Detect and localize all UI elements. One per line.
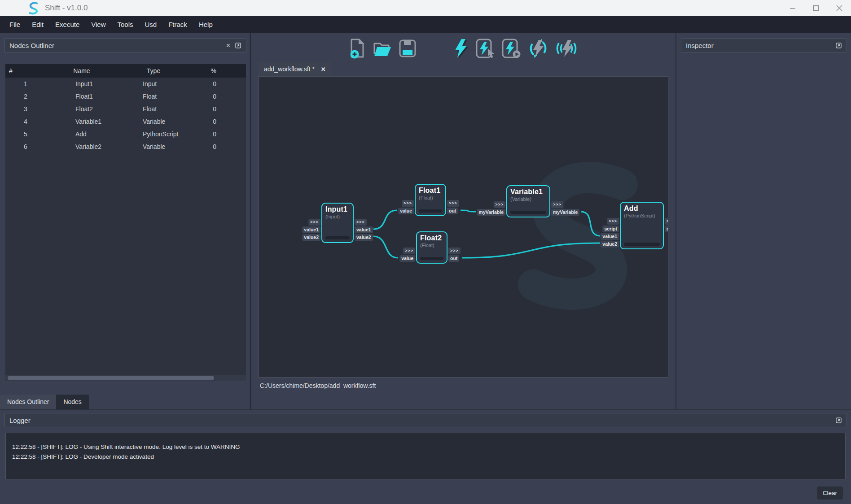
table-row[interactable]: 3 Float2 Float 0 — [5, 103, 246, 115]
port-chip[interactable]: myVariable — [477, 209, 505, 216]
column-header-type: Type — [118, 64, 189, 78]
edge-Input1.value1-to-Float1.value — [373, 210, 397, 229]
file-path: C:/Users/chime/Desktop/add_workflow.sft — [260, 382, 676, 389]
port-chip[interactable]: value — [398, 208, 414, 214]
port-chip[interactable]: value1 — [302, 226, 320, 233]
menu-item-usd[interactable]: Usd — [139, 16, 163, 33]
column-header-name: Name — [46, 64, 118, 78]
menu-item-edit[interactable]: Edit — [26, 16, 49, 33]
port-chip[interactable]: myVariable — [551, 209, 579, 216]
node-title: Variable1 — [507, 186, 549, 196]
close-button[interactable] — [828, 0, 851, 16]
port-chip[interactable]: out — [665, 226, 668, 232]
node-float1[interactable]: Float1 (Float) — [415, 184, 446, 216]
port-chip[interactable]: >>> — [355, 219, 367, 226]
menu-item-tools[interactable]: Tools — [111, 16, 139, 33]
execute-icon[interactable] — [452, 38, 469, 59]
port-chip[interactable]: >>> — [447, 200, 459, 207]
port-chip[interactable]: >>> — [448, 248, 461, 254]
node-progress-bar — [419, 209, 442, 213]
edge-Float1.out-to-Variable1.myVariable — [461, 210, 476, 212]
port-chip[interactable]: out — [448, 255, 459, 262]
logger-panel: Logger 12:22:58 - [SHIFT]: LOG - Using S… — [0, 409, 851, 504]
editor-tab-label: add_workflow.sft * — [264, 65, 315, 73]
tab-close-icon[interactable]: ✕ — [321, 66, 326, 73]
port-chip[interactable]: value — [399, 255, 415, 262]
node-input1[interactable]: Input1 (Input) — [321, 203, 354, 243]
dock-tab-nodes[interactable]: Nodes — [56, 395, 88, 409]
node-float2[interactable]: Float2 (Float) — [416, 231, 447, 264]
table-row[interactable]: 6 Variable2 Variable 0 — [5, 140, 246, 153]
scrollbar-thumb[interactable] — [8, 376, 214, 380]
port-chip[interactable]: value2 — [302, 234, 320, 241]
maximize-button[interactable] — [804, 0, 828, 16]
dock-tab-nodes-outliner[interactable]: Nodes Outliner — [0, 395, 56, 409]
node-variable1[interactable]: Variable1 (Variable) — [506, 185, 550, 217]
log-line: 12:22:58 - [SHIFT]: LOG - Using Shift in… — [12, 442, 845, 452]
node-title: Input1 — [322, 204, 353, 213]
minimize-button[interactable] — [781, 0, 804, 16]
new-file-icon[interactable] — [348, 38, 366, 59]
inspector-title: Inspector — [686, 42, 714, 49]
node-type: (Input) — [322, 213, 353, 219]
port-chip[interactable]: >>> — [308, 219, 320, 226]
port-chip[interactable]: >>> — [403, 248, 415, 254]
execute-step-icon[interactable] — [502, 38, 522, 59]
save-file-icon[interactable] — [399, 39, 417, 58]
logger-title: Logger — [9, 417, 31, 424]
port-chip[interactable]: >>> — [607, 218, 619, 225]
port-chip[interactable]: >>> — [665, 218, 668, 225]
open-file-icon[interactable] — [373, 39, 392, 58]
column-header-#: # — [5, 64, 46, 78]
edge-Float2.out-to-Add.value2 — [462, 243, 600, 258]
menu-item-execute[interactable]: Execute — [49, 16, 85, 33]
table-row[interactable]: 1 Input1 Input 0 — [5, 78, 246, 90]
table-row[interactable]: 2 Float1 Float 0 — [5, 90, 246, 103]
table-header-row: #NameType% — [5, 64, 246, 78]
table-row[interactable]: 5 Add PythonScript 0 — [5, 128, 246, 140]
re-execute-icon[interactable] — [528, 38, 548, 59]
port-chip[interactable]: out — [447, 208, 458, 214]
live-execute-icon[interactable] — [555, 38, 578, 59]
column-header-%: % — [189, 64, 246, 78]
input-ports: >>>value — [399, 248, 415, 262]
logger-header: Logger — [4, 413, 847, 427]
nodes-outliner-title: Nodes Outliner — [9, 42, 54, 49]
node-progress-bar — [325, 236, 350, 239]
node-add[interactable]: Add (PythonScript) — [620, 202, 664, 249]
menu-item-view[interactable]: View — [85, 16, 111, 33]
node-progress-bar — [624, 243, 660, 246]
clear-log-button[interactable]: Clear — [817, 487, 843, 500]
editor-tab[interactable]: add_workflow.sft * ✕ — [259, 62, 331, 76]
node-graph-canvas[interactable]: Input1 (Input) >>>value1value2>>>value1v… — [259, 76, 668, 378]
port-chip[interactable]: >>> — [402, 200, 414, 207]
execute-selected-icon[interactable] — [476, 38, 496, 59]
log-output: 12:22:58 - [SHIFT]: LOG - Using Shift in… — [5, 433, 846, 479]
node-type: (Variable) — [507, 196, 549, 202]
port-chip[interactable]: value1 — [355, 226, 373, 233]
output-ports: >>>myVariable — [551, 201, 579, 216]
panel-popout-icon[interactable] — [834, 43, 843, 48]
edge-Input1.value2-to-Float2.value — [373, 236, 398, 258]
inspector-panel: Inspector — [676, 33, 851, 409]
menubar: FileEditExecuteViewToolsUsdFtrackHelp — [0, 16, 851, 33]
port-chip[interactable]: value2 — [355, 234, 373, 241]
panel-popout-icon[interactable] — [234, 43, 242, 48]
panel-popout-icon[interactable] — [834, 417, 843, 423]
menu-item-ftrack[interactable]: Ftrack — [162, 16, 193, 33]
table-row[interactable]: 4 Variable1 Variable 0 — [5, 115, 246, 128]
port-chip[interactable]: script — [602, 226, 619, 232]
port-chip[interactable]: value2 — [601, 241, 619, 248]
port-chip[interactable]: >>> — [551, 201, 563, 208]
titlebar: Shift - v1.0.0 — [0, 0, 851, 16]
port-chip[interactable]: >>> — [493, 201, 505, 208]
node-progress-bar — [420, 257, 443, 260]
menu-item-file[interactable]: File — [4, 16, 26, 33]
node-title: Add — [621, 203, 663, 213]
panel-close-icon[interactable]: ✕ — [223, 42, 234, 49]
port-chip[interactable]: value1 — [601, 233, 619, 240]
left-dock-tabs: Nodes OutlinerNodes — [0, 395, 89, 409]
input-ports: >>>myVariable — [477, 201, 505, 216]
node-title: Float1 — [416, 185, 445, 195]
menu-item-help[interactable]: Help — [193, 16, 219, 33]
